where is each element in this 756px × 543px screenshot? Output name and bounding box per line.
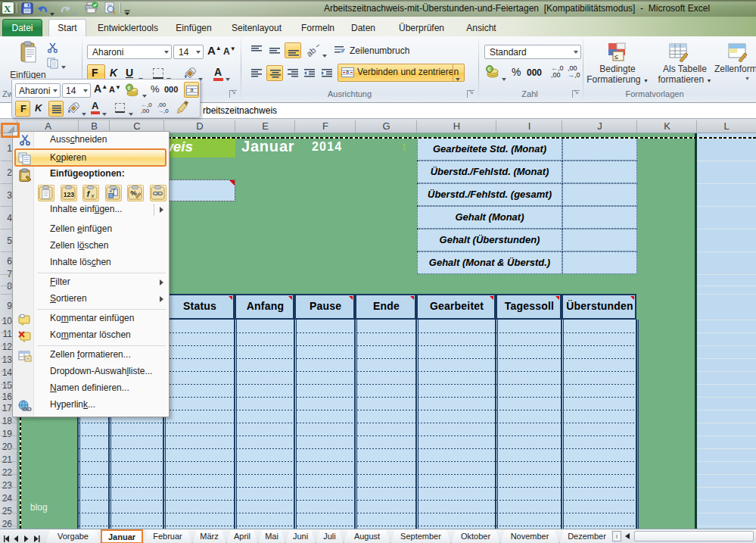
svg-text:%: % [130, 189, 137, 197]
svg-text:a: a [346, 69, 349, 74]
svg-text:X: X [4, 3, 11, 14]
svg-text:123: 123 [64, 191, 75, 198]
svg-text:≤: ≤ [614, 53, 618, 61]
svg-text:ab: ab [306, 45, 317, 58]
svg-text:a: a [191, 87, 194, 92]
